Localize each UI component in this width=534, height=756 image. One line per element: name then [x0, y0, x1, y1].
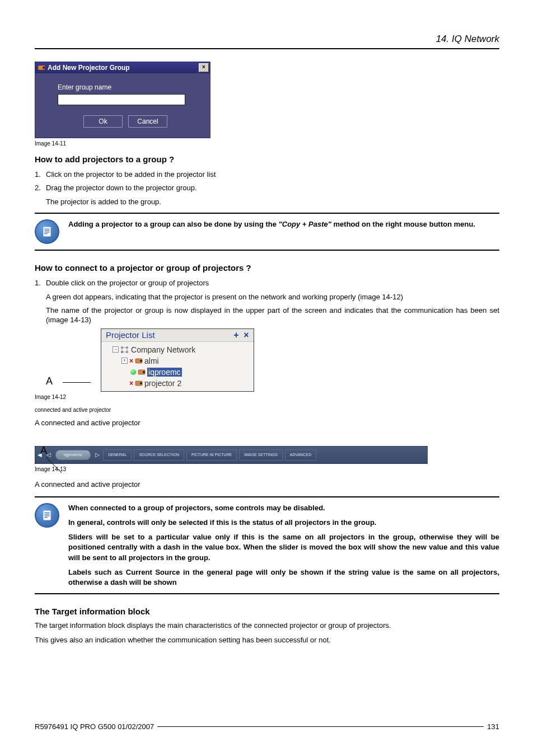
panel-title: Projector List — [106, 330, 230, 340]
note-text: Adding a projector to a group can also b… — [68, 220, 279, 228]
image-caption-14-13: Image 14-13 — [35, 466, 499, 472]
note-text: Labels such as Current Source in the gen… — [68, 567, 499, 588]
tree-node-root[interactable]: − Company Network — [105, 344, 250, 355]
page-footer: R5976491 IQ PRO G500 01/02/2007 131 — [35, 722, 499, 731]
note-emphasis: "Copy + Paste" — [279, 220, 331, 228]
close-icon[interactable]: × — [199, 63, 209, 72]
footer-page-number: 131 — [487, 722, 499, 731]
note-block: Adding a projector to a group can also b… — [35, 213, 499, 251]
note-icon — [35, 503, 59, 528]
image-caption-14-11: Image 14-11 — [35, 140, 499, 147]
tab-advanced[interactable]: ADVANCED — [285, 449, 316, 461]
tree-label: almi — [144, 356, 159, 365]
svg-rect-2 — [44, 227, 51, 236]
tab-general[interactable]: GENERAL — [103, 449, 132, 461]
chapter-title: 14. IQ Network — [35, 34, 499, 45]
app-icon — [38, 64, 45, 72]
paragraph: This gives also an indication whether th… — [35, 635, 499, 645]
tab-image-settings[interactable]: IMAGE SETTINGS — [239, 449, 283, 461]
add-icon[interactable]: + — [232, 330, 240, 340]
status-online-icon — [130, 369, 136, 375]
paragraph: The projector is added to the group. — [46, 197, 499, 207]
toolbar: ◀ ◁ iqproemc ▷ GENERAL SOURCE SELECTION … — [35, 446, 428, 464]
svg-point-1 — [43, 67, 45, 69]
tab-source-selection[interactable]: SOURCE SELECTION — [134, 449, 184, 461]
callout-line — [63, 382, 91, 383]
svg-point-10 — [143, 371, 145, 373]
list-item: Click on the projector to be added in th… — [35, 170, 499, 180]
svg-point-12 — [140, 382, 142, 384]
group-name-input[interactable] — [58, 94, 185, 105]
callout-letter: A — [46, 375, 53, 392]
group-name-label: Enter group name — [58, 83, 193, 91]
tree-view[interactable]: − Company Network + × almi — [101, 342, 254, 391]
tree-label: iqproemc — [147, 368, 182, 377]
network-icon — [120, 345, 129, 354]
ok-button[interactable]: Ok — [83, 115, 123, 128]
list-item: Drag the projector down to the projector… — [35, 183, 499, 193]
tree-node-selected[interactable]: iqproemc — [105, 367, 250, 378]
projector-icon — [138, 369, 146, 375]
svg-rect-14 — [44, 511, 51, 520]
note-text: In general, controls will only be select… — [68, 518, 499, 528]
svg-point-8 — [140, 360, 142, 362]
projector-icon — [135, 380, 143, 387]
legend-a-12: A connected and active projector — [35, 419, 499, 427]
status-offline-icon: × — [129, 379, 133, 387]
callout-arrow — [45, 456, 65, 476]
paragraph: The target information block displays th… — [35, 621, 499, 631]
tree-label: Company Network — [131, 345, 195, 354]
image-subcaption-14-12: connected and active projector — [35, 407, 499, 413]
expand-icon[interactable]: + — [121, 358, 128, 364]
note-icon — [35, 219, 59, 244]
heading-connect: How to connect to a projector or group o… — [35, 263, 499, 273]
tree-node[interactable]: × projector 2 — [105, 378, 250, 389]
image-caption-14-12: Image 14-12 — [35, 394, 499, 400]
legend-a-13: A connected and active projector — [35, 480, 499, 489]
tree-label: projector 2 — [144, 379, 181, 388]
collapse-icon[interactable]: − — [113, 346, 119, 353]
callout-letter: A — [40, 445, 47, 457]
projector-list-panel: Projector List + × − Company Network + × — [101, 328, 254, 392]
projector-icon — [135, 358, 143, 364]
status-offline-icon: × — [129, 357, 133, 365]
paragraph: The name of the projector or group is no… — [46, 306, 499, 325]
header-rule — [35, 48, 499, 49]
list-item: Double click on the projector or group o… — [35, 278, 499, 288]
dialog-titlebar: Add New Projector Group × — [35, 62, 210, 73]
nav-next-icon[interactable]: ▷ — [94, 452, 101, 458]
note-text: Sliders will be set to a particular valu… — [68, 532, 499, 563]
heading-add-to-group: How to add projectors to a group ? — [35, 154, 499, 164]
svg-line-13 — [46, 457, 62, 473]
dialog-title: Add New Projector Group — [48, 64, 199, 72]
heading-target-info: The Target information block — [35, 607, 499, 616]
cancel-button[interactable]: Cancel — [128, 115, 167, 128]
add-group-dialog: Add New Projector Group × Enter group na… — [35, 62, 210, 138]
close-icon[interactable]: × — [242, 330, 250, 340]
tree-node[interactable]: + × almi — [105, 355, 250, 367]
footer-doc-id: R5976491 IQ PRO G500 01/02/2007 — [35, 722, 154, 731]
note-block: When connected to a group of projectors,… — [35, 496, 499, 594]
note-text: When connected to a group of projectors,… — [68, 503, 499, 513]
tab-picture-in-picture[interactable]: PICTURE IN PICTURE — [186, 449, 237, 461]
paragraph: A green dot appears, indicating that the… — [46, 292, 499, 302]
footer-rule — [157, 726, 484, 727]
note-text: method on the right mouse button menu. — [331, 220, 475, 228]
